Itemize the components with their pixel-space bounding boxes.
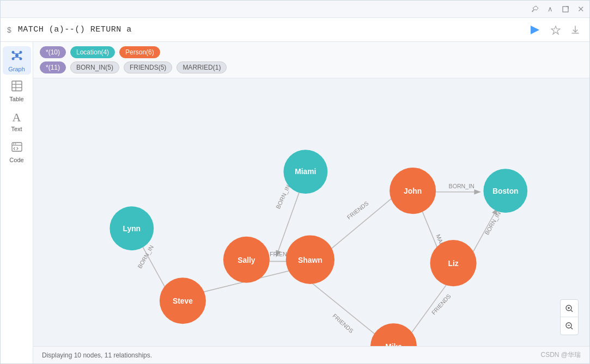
edge-label-friends-mike1: FRIENDS [331, 312, 355, 334]
sidebar-item-table[interactable]: Table [3, 77, 31, 105]
zoom-controls [560, 299, 579, 335]
node-liz-label: Liz [448, 259, 458, 268]
query-prefix-icon: $ [7, 26, 11, 34]
run-icon [531, 26, 539, 34]
star-button[interactable] [548, 22, 563, 38]
titlebar: ∧ ✕ [1, 1, 589, 18]
sidebar-graph-label: Graph [8, 66, 25, 72]
sidebar-item-text[interactable]: A Text [3, 107, 31, 135]
graph-icon [10, 49, 23, 65]
pin-button[interactable] [531, 5, 539, 14]
sidebar-item-code[interactable]: Code [3, 138, 31, 166]
svg-line-22 [571, 310, 573, 312]
statusbar: Displaying 10 nodes, 11 relationships. C… [33, 346, 589, 363]
sidebar-item-graph[interactable]: Graph [3, 46, 31, 75]
edge-label-friends-john: FRIENDS [345, 200, 369, 220]
app-window: ∧ ✕ $ MATCH (a)--() RETURN a [0, 0, 590, 364]
main-layout: Graph Table A Text [1, 42, 589, 363]
zoom-out-button[interactable] [561, 317, 578, 335]
minimize-button[interactable]: ∧ [546, 5, 555, 14]
friends-badge[interactable]: FRIENDS(5) [124, 61, 172, 73]
query-text[interactable]: MATCH (a)--() RETURN a [18, 25, 522, 34]
person-badge[interactable]: Person(6) [119, 46, 160, 58]
download-button[interactable] [568, 22, 583, 38]
status-text: Displaying 10 nodes, 11 relationships. [42, 351, 152, 359]
node-shawn-label: Shawn [298, 256, 323, 264]
svg-line-8 [17, 53, 21, 54]
svg-line-25 [571, 328, 573, 329]
svg-line-7 [13, 53, 17, 54]
sidebar-code-label: Code [9, 157, 23, 163]
sidebar-text-label: Text [11, 126, 22, 132]
text-icon: A [13, 110, 21, 125]
sidebar-table-label: Table [9, 96, 23, 102]
node-john-label: John [404, 187, 422, 195]
node-sally-label: Sally [238, 256, 256, 264]
svg-point-2 [15, 54, 19, 57]
edge-label-born-in-miami: BORN_IN [275, 184, 291, 210]
node-filter-row: *(10) Location(4) Person(6) [40, 46, 583, 58]
table-icon [11, 80, 23, 95]
born-in-badge[interactable]: BORN_IN(5) [70, 61, 119, 73]
code-icon [11, 141, 23, 156]
rel-filter-row: *(11) BORN_IN(5) FRIENDS(5) MARRIED(1) [40, 61, 583, 73]
zoom-in-button[interactable] [561, 300, 578, 317]
svg-rect-0 [563, 7, 568, 12]
graph-svg: BORN_IN FRIENDS BORN_IN MARRIED BORN_IN [33, 78, 589, 346]
close-button[interactable]: ✕ [576, 5, 585, 14]
svg-marker-1 [551, 26, 560, 34]
watermark: CSDN @华瑞 [540, 350, 581, 360]
node-lynn-label: Lynn [123, 224, 141, 233]
svg-point-17 [13, 143, 14, 144]
svg-point-18 [15, 143, 16, 144]
edge-label-born-in-liz: BORN_IN [483, 211, 502, 236]
querybar: $ MATCH (a)--() RETURN a [1, 18, 589, 42]
edge-label-friends-mike2: FRIENDS [430, 293, 452, 316]
svg-rect-11 [12, 81, 22, 91]
node-boston-label: Boston [492, 187, 519, 195]
all-rels-badge[interactable]: *(11) [40, 61, 66, 73]
graph-canvas[interactable]: BORN_IN FRIENDS BORN_IN MARRIED BORN_IN [33, 78, 589, 346]
location-badge[interactable]: Location(4) [70, 46, 115, 58]
filterbar: *(10) Location(4) Person(6) *(11) BORN_I… [33, 42, 589, 78]
sidebar: Graph Table A Text [1, 42, 33, 363]
edge-label-born-in-boston: BORN_IN [449, 183, 475, 189]
content-area: *(10) Location(4) Person(6) *(11) BORN_I… [33, 42, 589, 363]
all-nodes-badge[interactable]: *(10) [40, 46, 66, 58]
married-badge[interactable]: MARRIED(1) [177, 61, 227, 73]
maximize-button[interactable] [561, 5, 570, 14]
svg-line-9 [13, 57, 17, 58]
run-button[interactable] [526, 21, 544, 39]
edge-liz-mike [409, 282, 448, 337]
node-steve-label: Steve [173, 297, 193, 305]
node-mike-label: Mike [385, 342, 402, 346]
svg-line-10 [17, 57, 21, 58]
node-miami-label: Miami [295, 167, 316, 176]
